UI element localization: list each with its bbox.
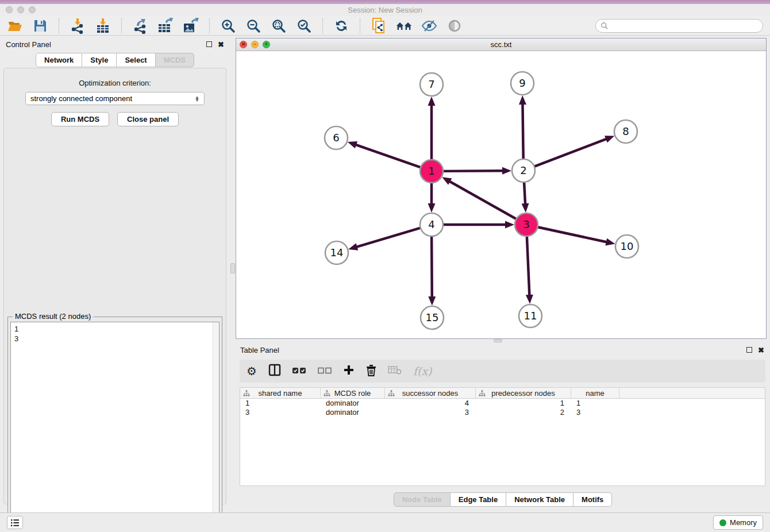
- table-panel-header: Table Panel ✖: [236, 342, 770, 357]
- edge-4-14[interactable]: [356, 228, 421, 248]
- tab-select[interactable]: Select: [117, 53, 155, 67]
- close-panel-button[interactable]: Close panel: [117, 112, 179, 126]
- network-window-title: scc.txt: [491, 40, 512, 49]
- cell-successor-nodes[interactable]: 4: [385, 399, 476, 408]
- desktop-edge: [0, 0, 770, 4]
- network-canvas[interactable]: 7968124314101511: [236, 51, 766, 338]
- add-column-icon[interactable]: [343, 364, 355, 378]
- tab-node-table[interactable]: Node Table: [394, 492, 451, 507]
- memory-button[interactable]: Memory: [713, 515, 763, 530]
- optimization-criterion-select[interactable]: strongly connected component ▲▼: [25, 92, 205, 105]
- export-table-icon[interactable]: [157, 18, 174, 34]
- window-traffic-lights[interactable]: [6, 6, 36, 13]
- table-header-row[interactable]: shared nameMCDS rolesuccessor nodesprede…: [240, 388, 765, 399]
- toolbar-separator: [322, 18, 323, 33]
- tab-mcds[interactable]: MCDS: [156, 53, 194, 67]
- table-body[interactable]: 1dominator4113dominator323: [240, 399, 765, 417]
- export-network-icon[interactable]: [132, 18, 148, 34]
- mcds-result-list[interactable]: 13: [10, 322, 220, 529]
- cell-MCDS-role[interactable]: dominator: [321, 408, 385, 417]
- edge-2-9[interactable]: [522, 103, 523, 159]
- home-layout-icon[interactable]: [396, 18, 412, 34]
- edge-3-11[interactable]: [527, 236, 530, 296]
- result-line: 3: [14, 334, 215, 344]
- edge-2-3[interactable]: [524, 182, 525, 205]
- search-input[interactable]: [609, 20, 763, 32]
- edge-3-10[interactable]: [538, 227, 608, 242]
- search-box[interactable]: [595, 19, 763, 33]
- minimize-window-button[interactable]: [17, 6, 24, 13]
- node-label-2: 2: [520, 164, 526, 176]
- open-session-icon[interactable]: [7, 18, 23, 34]
- tab-network[interactable]: Network: [36, 53, 82, 67]
- result-scrollbar[interactable]: [213, 322, 219, 529]
- float-panel-icon[interactable]: [206, 41, 212, 47]
- arrowhead: [348, 141, 357, 148]
- cell-shared-name[interactable]: 3: [240, 408, 321, 417]
- zoom-in-icon[interactable]: [220, 18, 236, 34]
- zoom-window-button[interactable]: [29, 6, 36, 13]
- toggle-columns-icon[interactable]: [268, 364, 281, 379]
- edge-3-1[interactable]: [449, 181, 517, 219]
- toolbar-separator: [59, 18, 59, 33]
- cell-name[interactable]: 1: [571, 399, 619, 408]
- run-mcds-button[interactable]: Run MCDS: [51, 112, 109, 126]
- control-panel-title: Control Panel: [6, 40, 51, 49]
- edge-4-15[interactable]: [432, 236, 432, 298]
- table-row[interactable]: 1dominator411: [240, 399, 765, 408]
- cell-name[interactable]: 3: [571, 408, 619, 417]
- cell-predecessor-nodes[interactable]: 2: [476, 408, 571, 417]
- column-header-name[interactable]: name: [571, 388, 619, 398]
- preview-eye-icon[interactable]: [446, 18, 463, 34]
- column-header-successor-nodes[interactable]: successor nodes: [385, 388, 476, 398]
- cell-predecessor-nodes[interactable]: 1: [476, 399, 571, 408]
- edge-1-6[interactable]: [355, 144, 421, 167]
- tab-motifs[interactable]: Motifs: [573, 492, 612, 507]
- style-visibility-icon[interactable]: [421, 18, 437, 34]
- zoom-out-icon[interactable]: [245, 18, 261, 34]
- import-network-icon[interactable]: [70, 18, 86, 34]
- export-image-icon[interactable]: [183, 18, 199, 34]
- column-header-shared-name[interactable]: shared name: [240, 388, 321, 398]
- column-header-MCDS-role[interactable]: MCDS role: [321, 388, 385, 398]
- toolbar-separator: [121, 18, 122, 33]
- panel-divider[interactable]: [230, 36, 236, 512]
- result-line: 1: [14, 324, 215, 334]
- network-window-titlebar[interactable]: ✕ − + scc.txt: [236, 38, 766, 51]
- network-maximize-icon[interactable]: +: [263, 41, 270, 48]
- cell-successor-nodes[interactable]: 3: [385, 408, 476, 417]
- cell-shared-name[interactable]: 1: [240, 399, 321, 408]
- divider-grip[interactable]: [230, 263, 235, 273]
- zoom-fit-icon[interactable]: [271, 18, 287, 34]
- table-row[interactable]: 3dominator323: [240, 408, 765, 417]
- tab-edge-table[interactable]: Edge Table: [451, 492, 506, 507]
- float-table-panel-icon[interactable]: [746, 347, 752, 353]
- delete-table-icon[interactable]: [388, 365, 402, 377]
- table-panel: Table Panel ✖ ⚙ f(x) shared nameMCDS rol…: [236, 342, 770, 510]
- network-minimize-icon[interactable]: −: [251, 41, 259, 48]
- tab-style[interactable]: Style: [82, 53, 117, 67]
- tab-network-table[interactable]: Network Table: [506, 492, 573, 507]
- cell-MCDS-role[interactable]: dominator: [321, 399, 385, 408]
- close-window-button[interactable]: [6, 6, 13, 13]
- import-table-icon[interactable]: [95, 18, 111, 34]
- column-header-predecessor-nodes[interactable]: predecessor nodes: [476, 388, 571, 398]
- refresh-view-icon[interactable]: [333, 18, 349, 34]
- delete-column-icon[interactable]: [366, 364, 376, 379]
- select-all-checks-icon[interactable]: [292, 366, 306, 376]
- node-table[interactable]: shared nameMCDS rolesuccessor nodesprede…: [240, 387, 765, 486]
- deselect-all-checks-icon[interactable]: [318, 366, 332, 376]
- function-builder-icon[interactable]: f(x): [413, 365, 432, 377]
- task-history-button[interactable]: [7, 516, 23, 529]
- list-icon: [10, 519, 20, 527]
- zoom-selected-icon[interactable]: [296, 18, 312, 34]
- edge-1-2[interactable]: [443, 171, 504, 171]
- network-close-icon[interactable]: ✕: [240, 41, 247, 48]
- clone-network-icon[interactable]: [371, 18, 387, 34]
- close-table-panel-icon[interactable]: ✖: [758, 346, 764, 354]
- settings-gear-icon[interactable]: ⚙: [247, 365, 257, 377]
- save-session-icon[interactable]: [32, 18, 48, 34]
- close-panel-icon[interactable]: ✖: [218, 41, 224, 48]
- edge-2-8[interactable]: [534, 138, 608, 167]
- node-label-9: 9: [519, 77, 525, 89]
